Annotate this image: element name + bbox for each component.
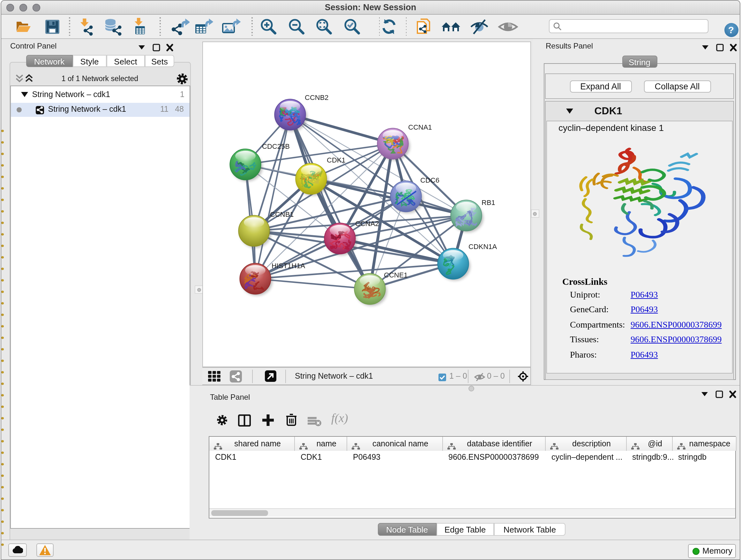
svg-text:CDC6: CDC6 [420,176,440,184]
svg-text:CCNA2: CCNA2 [355,219,379,227]
svg-text:CCNA1: CCNA1 [408,123,432,131]
svg-text:CDK1: CDK1 [327,156,346,164]
svg-text:HIST1H1A: HIST1H1A [272,261,305,269]
svg-text:CDKN1A: CDKN1A [468,242,497,250]
svg-text:RB1: RB1 [482,198,495,206]
svg-text:CCNB2: CCNB2 [305,93,329,101]
svg-text:CCNB1: CCNB1 [270,210,294,218]
svg-text:CDC25B: CDC25B [262,142,290,150]
svg-text:CCNE1: CCNE1 [384,271,408,279]
